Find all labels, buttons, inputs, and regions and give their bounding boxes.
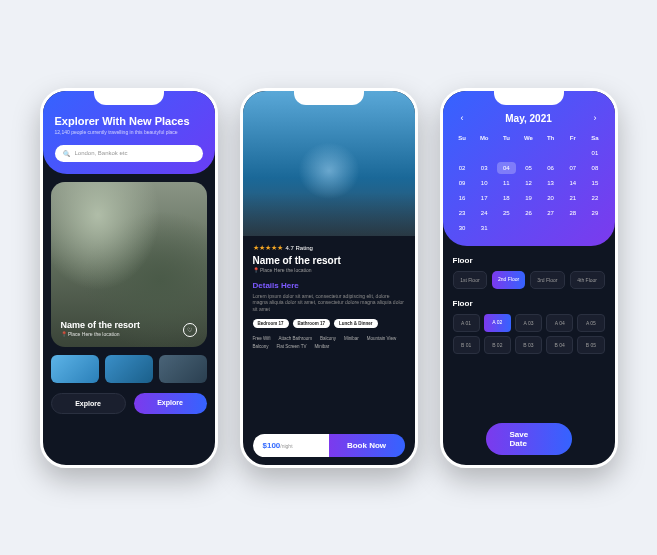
room-button[interactable]: A 01 bbox=[453, 314, 480, 332]
room-label: Floor bbox=[453, 299, 605, 308]
phone-detail: ★★★★★ 4.7 Rating Name of the resort 📍 Pl… bbox=[240, 88, 418, 468]
amenity-item: Balcony bbox=[253, 344, 269, 349]
rating-text: 4.7 Rating bbox=[286, 245, 313, 251]
calendar-day bbox=[475, 147, 494, 159]
room-button[interactable]: B 03 bbox=[515, 336, 542, 354]
search-input[interactable]: 🔍 London, Bankok etc bbox=[55, 145, 203, 162]
thumbnail-2[interactable] bbox=[105, 355, 153, 383]
floor-button[interactable]: 3rd Floor bbox=[530, 271, 565, 289]
calendar-day[interactable]: 21 bbox=[563, 192, 582, 204]
page-subtitle: 12,140 people currently travelling in th… bbox=[55, 129, 203, 135]
room-button[interactable]: A 03 bbox=[515, 314, 542, 332]
feature-pill: Bedroom 17 bbox=[253, 319, 289, 328]
day-of-week: Fr bbox=[563, 132, 582, 144]
calendar-day[interactable]: 01 bbox=[585, 147, 604, 159]
calendar-day[interactable]: 22 bbox=[585, 192, 604, 204]
phone-explore: Explorer With New Places 12,140 people c… bbox=[40, 88, 218, 468]
day-of-week: We bbox=[519, 132, 538, 144]
details-heading: Details Here bbox=[253, 281, 405, 290]
rooms-row-b: B 01B 02B 03B 04B 05 bbox=[453, 336, 605, 354]
room-button[interactable]: A 04 bbox=[546, 314, 573, 332]
floor-label: Floor bbox=[453, 256, 605, 265]
calendar-day[interactable]: 20 bbox=[541, 192, 560, 204]
room-button[interactable]: A 02 bbox=[484, 314, 511, 332]
calendar-day[interactable]: 14 bbox=[563, 177, 582, 189]
calendar-day[interactable]: 27 bbox=[541, 207, 560, 219]
explore-button-1[interactable]: Explore bbox=[51, 393, 126, 414]
prev-month-button[interactable]: ‹ bbox=[461, 113, 464, 123]
amenity-item: Free Wifi bbox=[253, 336, 271, 341]
calendar-day[interactable]: 18 bbox=[497, 192, 516, 204]
calendar-day[interactable]: 08 bbox=[585, 162, 604, 174]
resort-name: Name of the resort bbox=[61, 320, 141, 330]
calendar-day[interactable]: 15 bbox=[585, 177, 604, 189]
calendar-grid: SuMoTuWeThFrSa01020304050607080910111213… bbox=[453, 132, 605, 234]
page-title: Explorer With New Places bbox=[55, 115, 203, 127]
amenities-list: Free WifiAttach BathroomBalconyMinibarMo… bbox=[253, 336, 405, 349]
star-icon: ★★★★★ bbox=[253, 244, 283, 252]
explore-button-2[interactable]: Explore bbox=[134, 393, 207, 414]
floor-button[interactable]: 1st Floor bbox=[453, 271, 488, 289]
calendar-day[interactable]: 26 bbox=[519, 207, 538, 219]
calendar-day bbox=[563, 147, 582, 159]
favorite-button[interactable]: ♡ bbox=[183, 323, 197, 337]
feature-pill: Lunch & Dinner bbox=[334, 319, 378, 328]
calendar-day[interactable]: 17 bbox=[475, 192, 494, 204]
feature-pills: Bedroom 17Bathroom 17Lunch & Dinner bbox=[253, 319, 405, 328]
day-of-week: Tu bbox=[497, 132, 516, 144]
calendar-day[interactable]: 31 bbox=[475, 222, 494, 234]
floor-button[interactable]: 4th Floor bbox=[570, 271, 605, 289]
room-button[interactable]: B 04 bbox=[546, 336, 573, 354]
calendar-day[interactable]: 02 bbox=[453, 162, 472, 174]
calendar-day[interactable]: 16 bbox=[453, 192, 472, 204]
calendar-day[interactable]: 07 bbox=[563, 162, 582, 174]
calendar-day bbox=[453, 147, 472, 159]
floor-row: 1st Floor2nd Floor3rd Floor4th Floor bbox=[453, 271, 605, 289]
description-text: Lorem ipsum dolor sit amet, consectetur … bbox=[253, 293, 405, 313]
room-button[interactable]: B 01 bbox=[453, 336, 480, 354]
rating-row: ★★★★★ 4.7 Rating bbox=[253, 244, 405, 252]
notch bbox=[94, 91, 164, 105]
calendar-day[interactable]: 11 bbox=[497, 177, 516, 189]
save-date-button[interactable]: Save Date bbox=[486, 423, 572, 455]
resort-card[interactable]: Name of the resort 📍 Place Here the loca… bbox=[51, 182, 207, 347]
room-button[interactable]: A 05 bbox=[577, 314, 604, 332]
notch bbox=[294, 91, 364, 105]
price-display: $100/night bbox=[253, 434, 329, 457]
amenity-item: Mountain View bbox=[367, 336, 396, 341]
rooms-row-a: A 01A 02A 03A 04A 05 bbox=[453, 314, 605, 332]
calendar-panel: ‹ May, 2021 › SuMoTuWeThFrSa010203040506… bbox=[443, 91, 615, 246]
calendar-day[interactable]: 03 bbox=[475, 162, 494, 174]
calendar-day bbox=[497, 147, 516, 159]
room-button[interactable]: B 05 bbox=[577, 336, 604, 354]
month-label: May, 2021 bbox=[505, 113, 552, 124]
search-placeholder: London, Bankok etc bbox=[75, 150, 128, 156]
calendar-day[interactable]: 13 bbox=[541, 177, 560, 189]
book-now-button[interactable]: Book Now bbox=[329, 434, 405, 457]
day-of-week: Sa bbox=[585, 132, 604, 144]
calendar-day[interactable]: 19 bbox=[519, 192, 538, 204]
calendar-day[interactable]: 10 bbox=[475, 177, 494, 189]
calendar-day[interactable]: 24 bbox=[475, 207, 494, 219]
calendar-day[interactable]: 25 bbox=[497, 207, 516, 219]
calendar-day[interactable]: 30 bbox=[453, 222, 472, 234]
calendar-day[interactable]: 06 bbox=[541, 162, 560, 174]
amenity-item: Minibar bbox=[344, 336, 359, 341]
thumbnail-3[interactable] bbox=[159, 355, 207, 383]
search-icon: 🔍 bbox=[63, 150, 70, 157]
day-of-week: Su bbox=[453, 132, 472, 144]
calendar-day[interactable]: 04 bbox=[497, 162, 516, 174]
thumbnail-1[interactable] bbox=[51, 355, 99, 383]
calendar-day[interactable]: 05 bbox=[519, 162, 538, 174]
calendar-day[interactable]: 28 bbox=[563, 207, 582, 219]
thumbnail-row bbox=[43, 355, 215, 383]
next-month-button[interactable]: › bbox=[593, 113, 596, 123]
calendar-day[interactable]: 29 bbox=[585, 207, 604, 219]
notch bbox=[494, 91, 564, 105]
floor-button[interactable]: 2nd Floor bbox=[492, 271, 525, 289]
calendar-day[interactable]: 12 bbox=[519, 177, 538, 189]
amenity-item: Attach Bathroom bbox=[279, 336, 313, 341]
calendar-day[interactable]: 09 bbox=[453, 177, 472, 189]
room-button[interactable]: B 02 bbox=[484, 336, 511, 354]
calendar-day[interactable]: 23 bbox=[453, 207, 472, 219]
